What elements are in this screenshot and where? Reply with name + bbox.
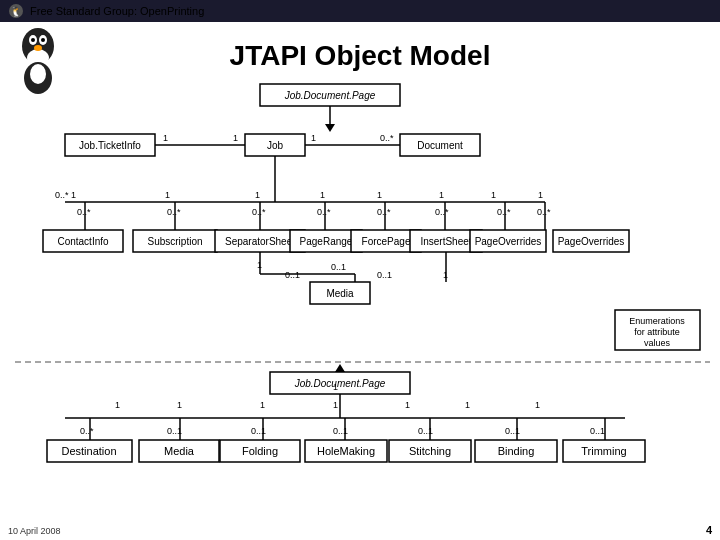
uml-diagram: Job.Document.Page Job.TicketInfo Job Doc…	[15, 82, 710, 540]
svg-text:0..1: 0..1	[505, 426, 520, 436]
date-label: 10 April 2008	[8, 526, 61, 536]
page-number: 4	[706, 524, 712, 536]
svg-text:Job.Document.Page: Job.Document.Page	[284, 90, 376, 101]
svg-text:Job.TicketInfo: Job.TicketInfo	[79, 140, 141, 151]
svg-text:Binding: Binding	[498, 445, 535, 457]
svg-text:1: 1	[115, 400, 120, 410]
svg-text:0..*: 0..*	[497, 207, 511, 217]
svg-text:1: 1	[320, 190, 325, 200]
svg-text:1: 1	[465, 400, 470, 410]
svg-text:PageRange: PageRange	[300, 236, 353, 247]
svg-text:InsertSheet: InsertSheet	[420, 236, 471, 247]
svg-text:0..1: 0..1	[251, 426, 266, 436]
svg-text:Media: Media	[326, 288, 354, 299]
svg-text:SeparatorSheet: SeparatorSheet	[225, 236, 295, 247]
svg-text:1: 1	[333, 382, 338, 392]
svg-text:values: values	[644, 338, 671, 348]
svg-text:Destination: Destination	[61, 445, 116, 457]
svg-text:Media: Media	[164, 445, 195, 457]
svg-text:1: 1	[377, 190, 382, 200]
svg-text:0..*: 0..*	[252, 207, 266, 217]
svg-text:0..1: 0..1	[285, 270, 300, 280]
svg-text:0..1: 0..1	[377, 270, 392, 280]
svg-text:0..1: 0..1	[331, 262, 346, 272]
svg-text:Job.Document.Page: Job.Document.Page	[294, 378, 386, 389]
svg-text:0..*: 0..*	[435, 207, 449, 217]
svg-text:0..*: 0..*	[77, 207, 91, 217]
svg-text:0..*: 0..*	[377, 207, 391, 217]
svg-marker-14	[325, 124, 335, 132]
svg-text:1: 1	[233, 133, 238, 143]
svg-text:0..*: 0..*	[55, 190, 69, 200]
linux-logo-icon: 🐧	[8, 3, 24, 19]
svg-text:PageOverrides: PageOverrides	[558, 236, 625, 247]
svg-marker-88	[335, 364, 345, 372]
svg-text:Job: Job	[267, 140, 284, 151]
svg-text:0..1: 0..1	[167, 426, 182, 436]
svg-text:0..1: 0..1	[590, 426, 605, 436]
svg-text:ContactInfo: ContactInfo	[57, 236, 109, 247]
main-content: JTAPI Object Model Job.Document.Page Job…	[0, 22, 720, 540]
svg-text:🐧: 🐧	[10, 5, 23, 18]
svg-text:1: 1	[535, 400, 540, 410]
svg-text:1: 1	[177, 400, 182, 410]
svg-text:1: 1	[538, 190, 543, 200]
svg-text:1: 1	[255, 190, 260, 200]
svg-text:Subscription: Subscription	[147, 236, 202, 247]
svg-text:1: 1	[439, 190, 444, 200]
svg-text:PageOverrides: PageOverrides	[475, 236, 542, 247]
svg-text:Document: Document	[417, 140, 463, 151]
svg-text:1: 1	[311, 133, 316, 143]
svg-text:0..1: 0..1	[418, 426, 433, 436]
svg-text:1: 1	[163, 133, 168, 143]
svg-text:1: 1	[333, 400, 338, 410]
svg-text:1: 1	[71, 190, 76, 200]
svg-text:Folding: Folding	[242, 445, 278, 457]
svg-text:0..*: 0..*	[80, 426, 94, 436]
header-bar: 🐧 Free Standard Group: OpenPrinting	[0, 0, 720, 22]
svg-text:for attribute: for attribute	[634, 327, 680, 337]
svg-text:0..*: 0..*	[380, 133, 394, 143]
svg-text:0..*: 0..*	[317, 207, 331, 217]
svg-text:1: 1	[165, 190, 170, 200]
svg-text:1: 1	[405, 400, 410, 410]
page-title: JTAPI Object Model	[0, 40, 720, 72]
svg-text:Enumerations: Enumerations	[629, 316, 685, 326]
svg-text:0..1: 0..1	[333, 426, 348, 436]
svg-text:0..*: 0..*	[537, 207, 551, 217]
header-title: Free Standard Group: OpenPrinting	[30, 5, 204, 17]
svg-text:Trimming: Trimming	[581, 445, 626, 457]
svg-text:0..*: 0..*	[167, 207, 181, 217]
svg-text:Stitching: Stitching	[409, 445, 451, 457]
svg-text:1: 1	[491, 190, 496, 200]
svg-text:1: 1	[257, 260, 262, 270]
svg-text:1: 1	[260, 400, 265, 410]
svg-text:HoleMaking: HoleMaking	[317, 445, 375, 457]
svg-text:1: 1	[443, 270, 448, 280]
svg-text:ForcePage: ForcePage	[362, 236, 411, 247]
